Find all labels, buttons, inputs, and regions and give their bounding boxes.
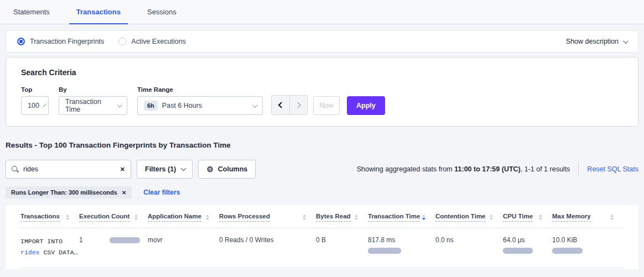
cpu-time-bar [503, 248, 533, 254]
max-memory-bar [552, 248, 583, 254]
by-label: By [59, 86, 127, 93]
time-range-badge: 6h [144, 101, 158, 111]
time-range-value: Past 6 Hours [162, 102, 202, 109]
apply-button[interactable]: Apply [347, 96, 385, 115]
vertical-divider [578, 162, 579, 176]
by-field: By Transaction Time [59, 86, 127, 115]
radio-unselected-icon [118, 38, 126, 45]
active-filters-row: Runs Longer Than: 300 milliseconds ✕ Cle… [6, 186, 638, 198]
sort-carets-icon [134, 215, 138, 220]
results-heading: Results - Top 100 Transaction Fingerprin… [6, 141, 638, 149]
chevron-down-icon [623, 38, 629, 44]
sql-line-2: rides CSV DATA… [20, 247, 71, 258]
column-header-execution-count[interactable]: Execution Count [79, 213, 148, 222]
time-range-next-button[interactable] [289, 96, 307, 114]
table-header-row: Transactions Execution Count Application… [20, 206, 624, 228]
top-field: Top 100 [21, 86, 49, 115]
clear-filters-link[interactable]: Clear filters [143, 189, 180, 196]
by-select[interactable]: Transaction Time [59, 96, 127, 115]
filter-pill-label: Runs Longer Than: 300 milliseconds [11, 189, 117, 196]
cell-rows-processed: 0 Reads / 0 Writes [219, 236, 316, 244]
cell-execution-count: 1 [79, 236, 148, 244]
search-criteria-panel: Search Criteria Top 100 By Transaction T… [6, 57, 638, 127]
tab-transactions[interactable]: Transactions [69, 0, 128, 24]
search-input[interactable] [23, 165, 116, 173]
sort-carets-icon [490, 215, 493, 220]
chevron-down-icon [117, 102, 122, 107]
clear-search-icon[interactable]: ✕ [120, 166, 125, 173]
cell-contention-time: 0.0 ns [435, 236, 503, 244]
column-header-transaction-time[interactable]: Transaction Time [368, 213, 435, 222]
column-header-cpu-time[interactable]: CPU Time [503, 213, 552, 222]
cell-max-memory: 10.0 KiB [552, 236, 624, 254]
cell-transaction-fingerprint: IMPORT INTO rides CSV DATA… [20, 236, 79, 258]
sort-carets-icon [206, 215, 209, 220]
search-criteria-title: Search Criteria [21, 68, 623, 77]
show-description-toggle[interactable]: Show description [566, 38, 627, 45]
filter-pill: Runs Longer Than: 300 milliseconds ✕ [6, 186, 132, 198]
sort-carets-icon [539, 215, 542, 220]
radio-transaction-fingerprints[interactable]: Transaction Fingerprints [17, 38, 104, 45]
column-header-bytes-read[interactable]: Bytes Read [316, 213, 368, 222]
chevron-down-icon [43, 103, 46, 107]
chevron-down-icon [252, 102, 258, 108]
view-toggle-panel: Transaction Fingerprints Active Executio… [6, 30, 638, 53]
column-header-contention-time[interactable]: Contention Time [435, 213, 503, 222]
radio-active-executions[interactable]: Active Executions [118, 38, 186, 45]
aggregated-stats-area: Showing aggregated stats from 11:00 to 1… [357, 162, 638, 176]
top-value: 100 [28, 102, 39, 109]
aggregated-stats-text: Showing aggregated stats from 11:00 to 1… [357, 165, 570, 173]
column-header-max-memory[interactable]: Max Memory [552, 213, 624, 222]
top-tab-bar: Statements Transactions Sessions [0, 0, 644, 24]
columns-button-label: Columns [218, 165, 247, 173]
filters-button[interactable]: Filters (1) [137, 160, 193, 179]
column-header-rows-processed[interactable]: Rows Processed [219, 213, 316, 222]
filters-button-label: Filters (1) [145, 165, 176, 173]
chevron-right-icon [294, 102, 300, 108]
sort-carets-icon [355, 215, 358, 220]
results-toolbar: ✕ Filters (1) ⚙ Columns Showing aggregat… [6, 160, 638, 179]
radio-label: Transaction Fingerprints [30, 38, 104, 45]
cell-cpu-time: 64.0 µs [503, 236, 552, 254]
time-range-prev-button[interactable] [272, 96, 289, 114]
radio-label: Active Executions [131, 38, 186, 45]
columns-button[interactable]: ⚙ Columns [198, 160, 256, 179]
tab-statements[interactable]: Statements [6, 0, 57, 24]
table-row: IMPORT INTO rides CSV DATA… 1 movr 0 Rea… [20, 228, 624, 268]
cell-application-name: movr [148, 236, 219, 244]
radio-selected-icon [17, 38, 25, 45]
top-label: Top [21, 86, 49, 93]
sort-carets-icon [422, 215, 425, 220]
chevron-down-icon [181, 165, 186, 171]
reset-sql-stats-link[interactable]: Reset SQL Stats [587, 165, 638, 173]
search-icon [12, 166, 19, 173]
cell-bytes-read: 0 B [316, 236, 368, 244]
chevron-left-icon [278, 102, 284, 108]
time-range-field: Time Range 6h Past 6 Hours [137, 86, 263, 115]
results-table: Transactions Execution Count Application… [6, 205, 638, 269]
sql-line-1: IMPORT INTO [20, 236, 71, 247]
sort-carets-icon [303, 215, 306, 220]
tab-sessions[interactable]: Sessions [140, 0, 184, 24]
execution-count-bar [110, 237, 140, 243]
time-range-select[interactable]: 6h Past 6 Hours [137, 96, 263, 115]
remove-filter-icon[interactable]: ✕ [122, 190, 126, 196]
transaction-time-bar [368, 248, 401, 254]
sort-carets-icon [610, 215, 614, 220]
search-box: ✕ [6, 160, 131, 179]
time-range-arrows [271, 95, 308, 115]
now-button[interactable]: Now [313, 96, 340, 115]
time-range-label: Time Range [137, 86, 263, 93]
by-value: Transaction Time [65, 98, 113, 113]
transaction-link[interactable]: rides [20, 249, 40, 256]
column-header-transactions[interactable]: Transactions [20, 213, 79, 222]
cell-transaction-time: 817.8 ms [368, 236, 435, 254]
sort-carets-icon [66, 215, 69, 220]
gear-icon: ⚙ [206, 165, 214, 173]
top-select[interactable]: 100 [21, 96, 49, 115]
column-header-application-name[interactable]: Application Name [148, 213, 219, 222]
show-description-label: Show description [566, 38, 619, 45]
